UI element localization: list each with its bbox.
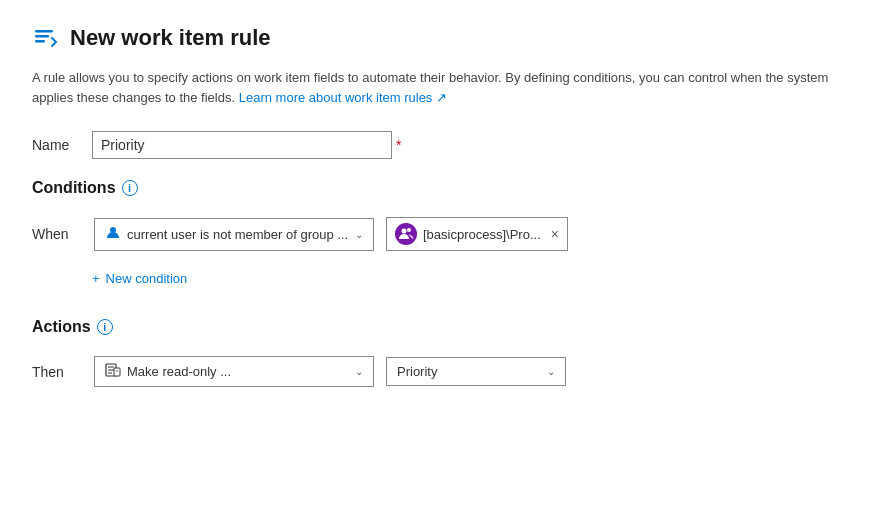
svg-point-4 bbox=[402, 229, 407, 234]
user-icon bbox=[105, 225, 121, 244]
conditions-title: Conditions bbox=[32, 179, 116, 197]
action-dropdown-text: Make read-only ... bbox=[127, 364, 349, 379]
name-input[interactable] bbox=[92, 131, 392, 159]
condition-row: When current user is not member of group… bbox=[32, 217, 837, 251]
name-field-row: Name * bbox=[32, 131, 837, 159]
actions-section-header: Actions i bbox=[32, 318, 837, 336]
then-label: Then bbox=[32, 364, 82, 380]
svg-rect-0 bbox=[35, 30, 53, 33]
page-header: New work item rule bbox=[32, 24, 837, 52]
action-row: Then Make read-only ... ⌄ Priority ⌄ bbox=[32, 356, 837, 387]
group-chip-text: [basicprocess]\Pro... bbox=[423, 227, 541, 242]
name-label: Name bbox=[32, 137, 92, 153]
group-chip: [basicprocess]\Pro... × bbox=[386, 217, 568, 251]
page-title: New work item rule bbox=[70, 25, 271, 51]
svg-point-5 bbox=[407, 228, 411, 232]
when-label: When bbox=[32, 226, 82, 242]
actions-title: Actions bbox=[32, 318, 91, 336]
make-readonly-icon bbox=[105, 363, 121, 380]
group-avatar bbox=[395, 223, 417, 245]
rule-icon bbox=[32, 24, 60, 52]
required-indicator: * bbox=[396, 137, 401, 153]
page-description: A rule allows you to specify actions on … bbox=[32, 68, 837, 107]
field-dropdown[interactable]: Priority ⌄ bbox=[386, 357, 566, 386]
learn-more-link[interactable]: Learn more about work item rules ↗ bbox=[239, 90, 447, 105]
svg-rect-1 bbox=[35, 35, 49, 38]
actions-info-icon[interactable]: i bbox=[97, 319, 113, 335]
condition-type-dropdown[interactable]: current user is not member of group ... … bbox=[94, 218, 374, 251]
actions-section: Actions i Then Make read-only ... ⌄ P bbox=[32, 318, 837, 387]
field-dropdown-text: Priority bbox=[397, 364, 541, 379]
action-type-dropdown[interactable]: Make read-only ... ⌄ bbox=[94, 356, 374, 387]
svg-rect-10 bbox=[114, 368, 120, 376]
field-dropdown-arrow: ⌄ bbox=[547, 366, 555, 377]
group-chip-close-button[interactable]: × bbox=[551, 227, 559, 241]
add-condition-plus-icon: + bbox=[92, 271, 100, 286]
action-dropdown-arrow: ⌄ bbox=[355, 366, 363, 377]
svg-rect-2 bbox=[35, 40, 45, 43]
conditions-section-header: Conditions i bbox=[32, 179, 837, 197]
condition-dropdown-arrow: ⌄ bbox=[355, 229, 363, 240]
add-condition-button[interactable]: + New condition bbox=[92, 267, 837, 290]
conditions-info-icon[interactable]: i bbox=[122, 180, 138, 196]
add-condition-label: New condition bbox=[106, 271, 188, 286]
condition-dropdown-text: current user is not member of group ... bbox=[127, 227, 349, 242]
